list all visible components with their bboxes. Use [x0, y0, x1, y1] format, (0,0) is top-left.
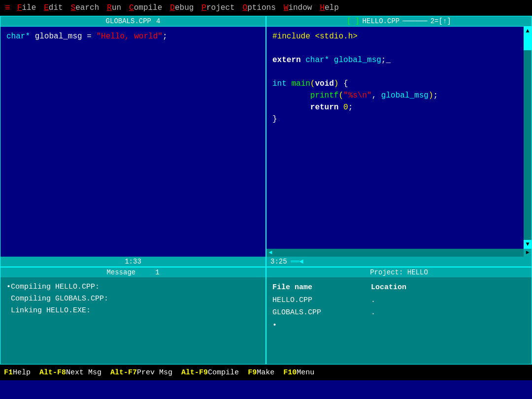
statusbar-altf8-label: Next Msg	[66, 368, 101, 377]
hscroll-track[interactable]	[274, 249, 524, 257]
message-content: •Compiling HELLO.CPP: Compiling GLOBALS.…	[0, 277, 266, 321]
bottom-area: Message 1 •Compiling HELLO.CPP: Compilin…	[0, 267, 532, 365]
editor-area: GLOBALS.CPP 4 char* global_msg = "Hello,…	[0, 16, 532, 267]
statusbar-f10-key[interactable]: F10	[274, 368, 297, 377]
project-row-hello: HELLO.CPP .	[272, 294, 526, 307]
status-bar: F1 Help Alt-F8 Next Msg Alt-F7 Prev Msg …	[0, 365, 532, 380]
menu-compile[interactable]: Compile	[125, 1, 166, 14]
message-pane: Message 1 •Compiling HELLO.CPP: Compilin…	[0, 267, 266, 365]
right-hscroll[interactable]: ◄ ►	[266, 249, 532, 257]
message-line-1: •Compiling HELLO.CPP:	[6, 281, 260, 293]
hscroll-right-arrow[interactable]: ►	[524, 249, 532, 257]
menu-options[interactable]: Options	[239, 1, 280, 14]
project-loc-hello: .	[371, 294, 420, 307]
project-file-hello: HELLO.CPP	[272, 294, 351, 307]
message-line-2: Compiling GLOBALS.CPP:	[6, 293, 260, 305]
scroll-up-arrow[interactable]: ▲	[524, 27, 532, 35]
project-row-globals: GLOBALS.CPP .	[272, 306, 526, 319]
message-title-text: Message	[106, 268, 135, 276]
right-scrollbar[interactable]: ▲ ▼	[524, 27, 532, 249]
menu-file[interactable]: File	[13, 1, 40, 14]
project-content: File name Location HELLO.CPP . GLOBALS.C…	[266, 277, 532, 335]
message-title-num: 1	[155, 268, 159, 276]
menu-debug[interactable]: Debug	[166, 1, 198, 14]
right-title-num: 2=[↑]	[431, 17, 451, 25]
statusbar-altf9-label: Compile	[208, 368, 239, 377]
statusbar-altf7-key[interactable]: Alt-F7	[101, 368, 137, 377]
project-col-filename: File name	[272, 281, 351, 294]
menu-help[interactable]: Help	[316, 1, 342, 14]
right-title-dashes: ──────	[402, 17, 427, 25]
menu-bar: ≡ File Edit Search Run Compile Debug Pro…	[0, 0, 532, 16]
menu-search[interactable]: Search	[67, 1, 103, 14]
scroll-track[interactable]	[524, 35, 532, 240]
right-code-area[interactable]: #include <stdio.h> extern char* global_m…	[266, 27, 524, 249]
right-pane-inner: #include <stdio.h> extern char* global_m…	[266, 27, 532, 249]
right-status-pos: 3:25	[270, 258, 287, 266]
menu-window[interactable]: Window	[280, 1, 316, 14]
menu-project[interactable]: Project	[198, 1, 238, 14]
menu-run[interactable]: Run	[103, 1, 125, 14]
message-title-bar: Message 1	[0, 267, 266, 277]
statusbar-f1-label: Help	[13, 368, 31, 377]
project-header-row: File name Location	[272, 281, 526, 294]
statusbar-f9-label: Make	[257, 368, 274, 377]
project-file-globals: GLOBALS.CPP	[272, 306, 351, 319]
statusbar-altf7-label: Prev Msg	[137, 368, 172, 377]
hamburger-icon[interactable]: ≡	[2, 1, 13, 15]
left-title-bar: GLOBALS.CPP 4	[0, 16, 266, 27]
left-title-text: GLOBALS.CPP	[106, 17, 151, 25]
left-status-bar: 1:33	[0, 257, 266, 266]
right-editor-pane[interactable]: [ ] HELLO.CPP ────── 2=[↑] #include <std…	[266, 16, 532, 267]
left-code-area[interactable]: char* global_msg = "Hello, world";	[0, 27, 266, 257]
right-status-bar: 3:25 ══◄	[266, 257, 532, 266]
project-bullet: •	[272, 319, 526, 332]
right-title-text: HELLO.CPP	[363, 17, 400, 25]
scroll-down-arrow[interactable]: ▼	[524, 240, 532, 249]
project-col-location: Location	[371, 281, 420, 294]
right-status-arrows: ══◄	[291, 258, 303, 266]
left-editor-pane[interactable]: GLOBALS.CPP 4 char* global_msg = "Hello,…	[0, 16, 266, 267]
statusbar-altf9-key[interactable]: Alt-F9	[172, 368, 208, 377]
project-title-bar: Project: HELLO	[266, 267, 532, 277]
left-title-num: 4	[156, 17, 160, 25]
hscroll-left-arrow[interactable]: ◄	[266, 249, 274, 257]
project-loc-globals: .	[371, 306, 420, 319]
statusbar-f9-key[interactable]: F9	[239, 368, 257, 377]
scroll-thumb[interactable]	[524, 35, 532, 50]
statusbar-altf8-key[interactable]: Alt-F8	[31, 368, 66, 377]
message-line-3: Linking HELLO.EXE:	[6, 305, 260, 317]
right-title-bracket: [ ]	[347, 17, 359, 25]
statusbar-f1-key[interactable]: F1	[4, 368, 13, 377]
statusbar-f10-label: Menu	[297, 368, 314, 377]
right-title-bar: [ ] HELLO.CPP ────── 2=[↑]	[266, 16, 532, 27]
menu-edit[interactable]: Edit	[40, 1, 66, 14]
project-pane: Project: HELLO File name Location HELLO.…	[266, 267, 532, 365]
